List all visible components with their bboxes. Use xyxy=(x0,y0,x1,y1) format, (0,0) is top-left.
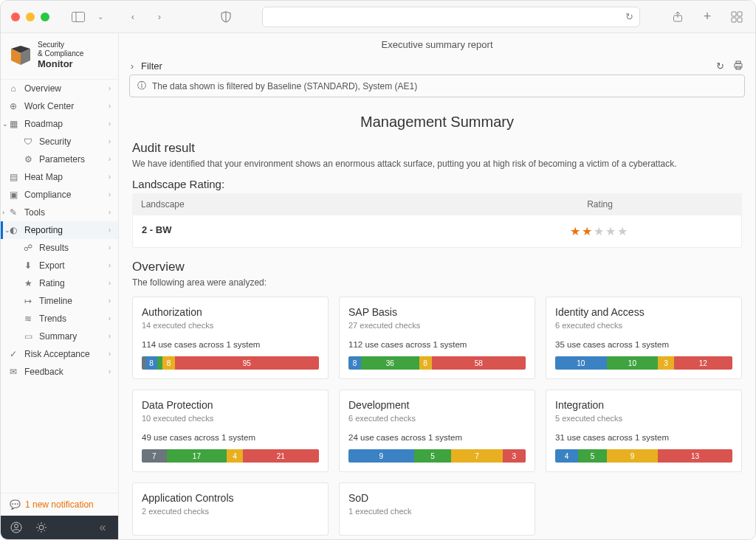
sidebar-item-tools[interactable]: ›✎Tools› xyxy=(1,204,118,221)
notification-text: 1 new notification xyxy=(25,499,94,510)
sidebar-item-security[interactable]: 🛡Security› xyxy=(1,133,118,150)
landscape-value: 2 - BW xyxy=(142,224,467,238)
sidebar-item-summary[interactable]: ▭Summary› xyxy=(1,328,118,345)
seg-green: 36 xyxy=(361,356,419,370)
sidebar-item-results[interactable]: ☍Results› xyxy=(1,239,118,257)
audit-text: We have identified that your environment… xyxy=(132,159,742,169)
overview-card[interactable]: SoD1 executed check xyxy=(339,482,535,536)
url-bar[interactable]: ↻ xyxy=(262,7,640,27)
filter-note-text: The data shown is filtered by Baseline (… xyxy=(152,81,417,91)
tabs-icon[interactable] xyxy=(729,9,745,25)
card-usecases: 35 use cases across 1 system xyxy=(555,340,732,349)
svg-rect-3 xyxy=(732,12,736,16)
card-checks: 14 executed checks xyxy=(142,321,319,330)
filter-print-icon[interactable] xyxy=(733,60,743,72)
card-title: SAP Basis xyxy=(348,306,526,318)
sidebar-item-timeline[interactable]: ↦Timeline› xyxy=(1,292,118,310)
sidebar-item-overview[interactable]: ⌂Overview› xyxy=(1,80,118,97)
nav-icon: ⚙ xyxy=(23,154,33,165)
seg-red: 95 xyxy=(175,356,319,370)
sidebar-item-roadmap[interactable]: ⌄▦Roadmap› xyxy=(1,115,118,133)
overview-card[interactable]: Application Controls2 executed checks xyxy=(132,482,329,536)
nav-label: Reporting xyxy=(24,225,63,235)
filter-toggle[interactable]: › Filter ↻ xyxy=(129,58,745,75)
rating-stars: ★★★★★ xyxy=(467,224,732,238)
nav-icon: ⌂ xyxy=(8,83,18,94)
sidebar-item-work-center[interactable]: ⊕Work Center› xyxy=(1,97,118,115)
sidebar-item-rating[interactable]: ★Rating› xyxy=(1,274,118,292)
caret-icon: ⌄ xyxy=(2,120,8,128)
nav-icon: ▭ xyxy=(23,331,33,342)
notification-bar[interactable]: 💬 1 new notification xyxy=(1,493,118,516)
maximize-button[interactable] xyxy=(41,13,49,21)
seg-green: 10 xyxy=(607,356,659,370)
nav-label: Timeline xyxy=(39,296,72,306)
sidebar-item-trends[interactable]: ≋Trends› xyxy=(1,310,118,328)
card-usecases: 49 use cases across 1 system xyxy=(142,433,319,442)
overview-card[interactable]: Authorization14 executed checks114 use c… xyxy=(132,297,329,379)
chevron-right-icon: › xyxy=(109,190,111,198)
chevron-right-icon: › xyxy=(109,208,111,216)
logo-text-1: Security xyxy=(38,41,64,49)
overview-card[interactable]: Identity and Access6 executed checks35 u… xyxy=(546,297,742,379)
nav-icon: ⬇ xyxy=(23,260,33,271)
shield-icon[interactable] xyxy=(218,9,234,25)
sidebar-item-export[interactable]: ⬇Export› xyxy=(1,257,118,274)
overview-card[interactable]: Data Protection10 executed checks49 use … xyxy=(132,390,329,472)
chevron-right-icon: › xyxy=(109,155,111,163)
nav-icon: ☍ xyxy=(23,243,33,253)
card-usecases: 24 use cases across 1 system xyxy=(348,433,526,442)
overview-card[interactable]: Integration5 executed checks31 use cases… xyxy=(546,390,742,472)
chevron-right-icon: › xyxy=(109,84,111,92)
refresh-icon[interactable]: ↻ xyxy=(625,11,633,22)
nav-icon: ▣ xyxy=(8,190,18,200)
collapse-sidebar-icon[interactable]: « xyxy=(94,519,111,536)
nav-icon: 🛡 xyxy=(23,136,33,147)
chevron-right-icon: › xyxy=(109,226,111,234)
filter-refresh-icon[interactable]: ↻ xyxy=(716,60,724,72)
nav-icon: ≋ xyxy=(23,314,33,324)
sidebar-item-heat-map[interactable]: ▤Heat Map› xyxy=(1,168,118,186)
minimize-button[interactable] xyxy=(26,13,35,21)
new-tab-icon[interactable]: + xyxy=(699,9,715,25)
chevron-right-icon: › xyxy=(109,297,111,305)
landscape-table-header: Landscape Rating xyxy=(132,193,742,215)
settings-icon[interactable] xyxy=(33,519,49,536)
card-checks: 1 executed check xyxy=(348,507,526,516)
sidebar-item-parameters[interactable]: ⚙Parameters› xyxy=(1,150,118,168)
overview-card[interactable]: SAP Basis27 executed checks112 use cases… xyxy=(339,297,535,379)
sidebar-item-compliance[interactable]: ▣Compliance› xyxy=(1,186,118,204)
segmented-bar: 836858 xyxy=(348,356,526,370)
close-button[interactable] xyxy=(11,13,20,21)
seg-green: 5 xyxy=(414,449,451,463)
chevron-right-icon: › xyxy=(109,102,111,110)
landscape-row: 2 - BW ★★★★★ xyxy=(132,215,742,248)
nav-label: Trends xyxy=(39,314,66,324)
card-title: Identity and Access xyxy=(555,306,732,318)
seg-red: 58 xyxy=(432,356,526,370)
seg-green xyxy=(157,356,162,370)
sidebar-toggle-icon[interactable] xyxy=(70,9,86,25)
sidebar-item-feedback[interactable]: ✉Feedback› xyxy=(1,363,118,381)
sidebar-item-reporting[interactable]: ⌄◐Reporting› xyxy=(1,221,118,239)
seg-green: 17 xyxy=(167,449,227,463)
landscape-title: Landscape Rating: xyxy=(132,178,742,190)
chevron-right-icon: › xyxy=(109,279,111,287)
user-icon[interactable] xyxy=(8,519,24,536)
segmented-bar: 8895 xyxy=(142,356,319,370)
segmented-bar: 45913 xyxy=(555,449,732,463)
forward-button[interactable]: › xyxy=(151,9,168,25)
info-icon: ⓘ xyxy=(137,80,146,92)
nav-label: Risk Acceptance xyxy=(24,349,90,359)
share-icon[interactable] xyxy=(670,9,686,25)
nav-label: Feedback xyxy=(24,367,63,377)
page-header: Executive summary report xyxy=(119,33,755,58)
back-button[interactable]: ‹ xyxy=(125,9,141,25)
svg-rect-4 xyxy=(738,12,742,16)
sidebar-item-risk-acceptance[interactable]: ✓Risk Acceptance› xyxy=(1,345,118,363)
sidebar-toggle-chevron[interactable]: ⌄ xyxy=(92,9,109,25)
nav-icon: ✓ xyxy=(8,349,18,359)
caret-icon: ⌄ xyxy=(4,226,10,234)
card-checks: 6 executed checks xyxy=(348,414,526,423)
overview-card[interactable]: Development6 executed checks24 use cases… xyxy=(339,390,535,472)
